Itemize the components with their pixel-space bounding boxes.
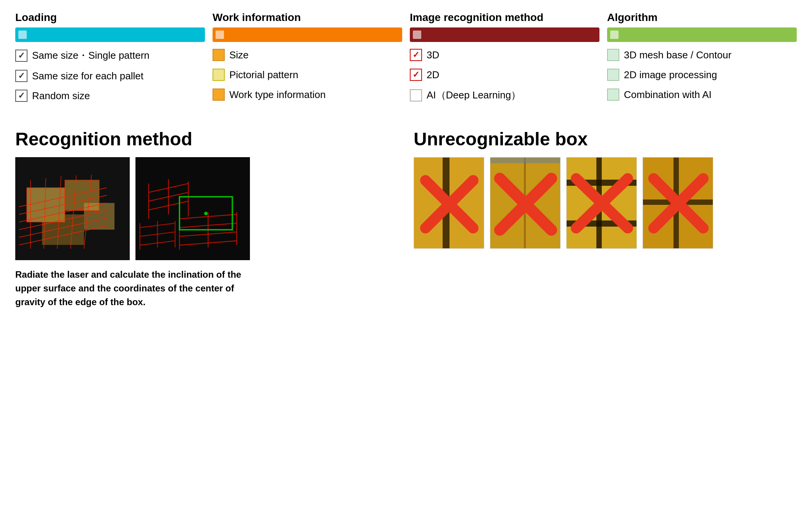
checkbox-label: 2D image processing bbox=[624, 69, 717, 81]
unrecognizable-box-4 bbox=[643, 157, 713, 249]
image-column: Image recognition method 3D 2D AI（Deep L… bbox=[410, 11, 599, 109]
image-bar bbox=[410, 27, 599, 42]
list-item: Size bbox=[213, 49, 402, 61]
checkbox-2d-image[interactable] bbox=[607, 69, 619, 81]
list-item: Random size bbox=[15, 90, 205, 102]
unrecognizable-box-3 bbox=[566, 157, 637, 249]
list-item: Same size・Single pattern bbox=[15, 49, 205, 62]
bottom-section: Recognition method bbox=[15, 129, 797, 309]
checkbox-label: Work type information bbox=[229, 89, 325, 101]
checkbox-label: Same size・Single pattern bbox=[32, 49, 150, 62]
work-bar-icon bbox=[216, 31, 224, 39]
checkbox-label: 3D mesh base / Contour bbox=[624, 49, 731, 61]
list-item: Combination with AI bbox=[607, 88, 797, 101]
checkbox-ai-deep[interactable] bbox=[410, 89, 422, 101]
unrecognizable-title: Unrecognizable box bbox=[414, 129, 797, 150]
list-item: Pictorial pattern bbox=[213, 69, 402, 81]
algorithm-bar bbox=[607, 27, 797, 42]
list-item: Work type information bbox=[213, 88, 402, 101]
checkbox-label: 3D bbox=[427, 49, 439, 61]
recognition-image-2 bbox=[135, 157, 250, 260]
svg-rect-46 bbox=[490, 158, 561, 163]
list-item: Same size for each pallet bbox=[15, 70, 205, 82]
list-item: AI（Deep Learning） bbox=[410, 88, 599, 102]
algorithm-bar-icon bbox=[610, 31, 619, 39]
loading-column: Loading Same size・Single pattern Same si… bbox=[15, 11, 205, 109]
checkbox-label: Same size for each pallet bbox=[32, 70, 143, 82]
checkbox-2d[interactable] bbox=[410, 69, 422, 81]
checkbox-3d[interactable] bbox=[410, 49, 422, 61]
checkbox-same-size-single[interactable] bbox=[15, 50, 27, 62]
list-item: 3D mesh base / Contour bbox=[607, 49, 797, 61]
checkbox-same-size-pallet[interactable] bbox=[15, 70, 27, 82]
checkbox-combination-ai[interactable] bbox=[607, 88, 619, 101]
algorithm-column: Algorithm 3D mesh base / Contour 2D imag… bbox=[607, 11, 797, 109]
loading-bar-icon bbox=[18, 31, 27, 39]
checkbox-label: Combination with AI bbox=[624, 89, 712, 101]
recognition-title: Recognition method bbox=[15, 129, 398, 150]
checkbox-label: Pictorial pattern bbox=[229, 69, 298, 81]
work-column: Work information Size Pictorial pattern … bbox=[213, 11, 402, 109]
checkbox-label: 2D bbox=[427, 69, 439, 81]
box-svg-4 bbox=[643, 158, 713, 249]
recognition-images bbox=[15, 157, 398, 260]
box-svg-2 bbox=[490, 158, 561, 249]
work-header: Work information bbox=[213, 11, 402, 24]
unrecognizable-section: Unrecognizable box bbox=[414, 129, 797, 309]
recognition-section: Recognition method bbox=[15, 129, 398, 309]
recognition-caption: Radiate the laser and calculate the incl… bbox=[15, 268, 244, 309]
checkbox-label: Random size bbox=[32, 90, 90, 102]
laser-grid-1 bbox=[15, 157, 130, 260]
checkbox-3d-mesh[interactable] bbox=[607, 49, 619, 61]
checkbox-work-type[interactable] bbox=[213, 88, 225, 101]
box-svg-3 bbox=[567, 158, 637, 249]
unrecognizable-box-2 bbox=[490, 157, 561, 249]
image-bar-icon bbox=[413, 31, 421, 39]
work-bar bbox=[213, 27, 402, 42]
checkbox-size[interactable] bbox=[213, 49, 225, 61]
checkbox-pictorial[interactable] bbox=[213, 69, 225, 81]
box-svg-1 bbox=[414, 158, 484, 249]
checkbox-random-size[interactable] bbox=[15, 90, 27, 102]
svg-point-39 bbox=[204, 212, 208, 215]
loading-bar bbox=[15, 27, 205, 42]
laser-grid-2 bbox=[135, 157, 250, 260]
top-section: Loading Same size・Single pattern Same si… bbox=[15, 11, 797, 109]
image-header: Image recognition method bbox=[410, 11, 599, 24]
svg-rect-3 bbox=[42, 214, 84, 245]
algorithm-header: Algorithm bbox=[607, 11, 797, 24]
loading-header: Loading bbox=[15, 11, 205, 24]
unrecognizable-images bbox=[414, 157, 797, 249]
recognition-image-1 bbox=[15, 157, 130, 260]
checkbox-label: AI（Deep Learning） bbox=[427, 88, 521, 102]
unrecognizable-box-1 bbox=[414, 157, 484, 249]
list-item: 2D bbox=[410, 69, 599, 81]
checkbox-label: Size bbox=[229, 49, 249, 61]
list-item: 2D image processing bbox=[607, 69, 797, 81]
list-item: 3D bbox=[410, 49, 599, 61]
